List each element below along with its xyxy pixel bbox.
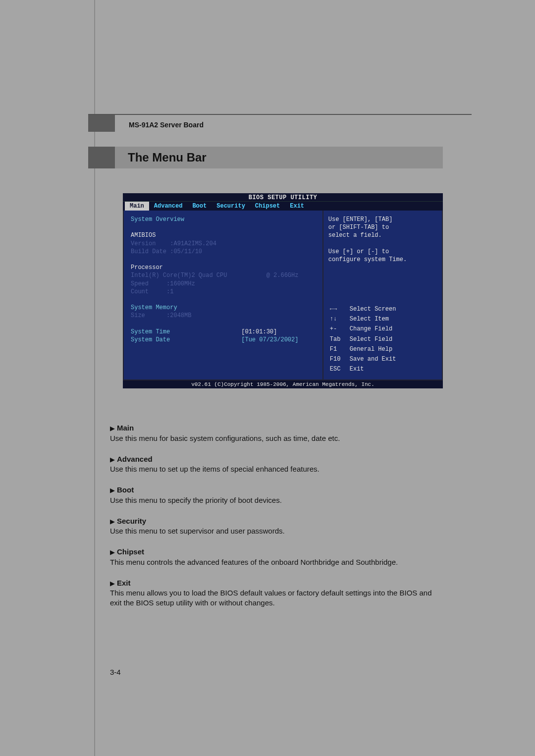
desc-text: This menu allows you to load the BIOS de… xyxy=(110,589,432,607)
speed-value: :1600MHz xyxy=(166,280,195,287)
date-value: [Tue 07/23/2002] xyxy=(241,336,298,343)
size-label: Size xyxy=(131,312,145,319)
count-label: Count xyxy=(131,288,149,295)
nav-row: ←→Select Screen xyxy=(329,305,397,314)
build-label: Build Date xyxy=(131,248,166,255)
arrow-icon: ▶ xyxy=(110,580,115,587)
nav-label: Change Field xyxy=(349,324,397,333)
nav-label: Select Screen xyxy=(349,305,397,314)
arrow-icon: ▶ xyxy=(110,456,115,463)
version-row: Version :A91A2IMS.204 xyxy=(131,240,316,248)
header-bar: MS-91A2 Server Board xyxy=(88,114,472,132)
date-row[interactable]: System Date [Tue 07/23/2002] xyxy=(131,336,316,344)
desc-text: This menu controls the advanced features… xyxy=(110,558,398,566)
time-label: System Time xyxy=(131,328,170,335)
date-label: System Date xyxy=(131,336,170,343)
desc-text: Use this menu to set supervisor and user… xyxy=(110,527,285,535)
arrow-icon: ▶ xyxy=(110,486,115,494)
nav-row: F10Save and Exit xyxy=(329,355,397,364)
cpu-name: Intel(R) Core(TM)2 Quad CPU xyxy=(131,272,227,279)
section-accent xyxy=(88,147,115,168)
nav-row: +-Change Field xyxy=(329,324,397,333)
nav-label: General Help xyxy=(349,345,397,354)
desc-security: ▶Security Use this menu to set superviso… xyxy=(110,516,443,537)
cpu-row: Intel(R) Core(TM)2 Quad CPU @ 2.66GHz xyxy=(131,271,316,279)
header-accent xyxy=(88,115,115,132)
build-value: :05/11/10 xyxy=(170,248,202,255)
nav-row: TabSelect Field xyxy=(329,335,397,344)
speed-row: Speed :1600MHz xyxy=(131,280,316,288)
time-row[interactable]: System Time [01:01:30] xyxy=(131,328,316,336)
bios-tab-main[interactable]: Main xyxy=(125,202,149,211)
memory-label: System Memory xyxy=(131,304,316,312)
desc-boot: ▶Boot Use this menu to specify the prior… xyxy=(110,485,443,505)
bios-tab-bar: Main Advanced Boot Security Chipset Exit xyxy=(123,201,443,211)
version-value: :A91A2IMS.204 xyxy=(170,240,216,247)
desc-title: Main xyxy=(117,424,134,432)
count-row: Count :1 xyxy=(131,288,316,296)
desc-title: Security xyxy=(117,517,146,525)
nav-key: ↑↓ xyxy=(329,315,348,324)
bios-tab-security[interactable]: Security xyxy=(212,202,250,211)
bios-main-panel: System Overview AMIBIOS Version :A91A2IM… xyxy=(124,211,323,379)
bios-footer: v02.61 (C)Copyright 1985-2006, American … xyxy=(123,380,443,388)
help-line: select a field. xyxy=(328,231,437,239)
help-line: Use [ENTER], [TAB] xyxy=(328,216,437,223)
desc-title: Boot xyxy=(117,486,134,494)
nav-label: Select Field xyxy=(349,335,397,344)
desc-title: Chipset xyxy=(117,547,144,556)
time-value: [01:01:30] xyxy=(241,328,277,335)
menu-descriptions: ▶Main Use this menu for basic system con… xyxy=(110,423,443,608)
bios-tab-exit[interactable]: Exit xyxy=(285,202,309,211)
bios-tab-boot[interactable]: Boot xyxy=(187,202,212,211)
nav-key: Tab xyxy=(329,335,348,344)
desc-advanced: ▶Advanced Use this menu to set up the it… xyxy=(110,454,443,475)
desc-text: Use this menu for basic system configura… xyxy=(110,434,340,442)
cpu-freq: @ 2.66GHz xyxy=(267,272,299,279)
bios-screenshot: BIOS SETUP UTILITY Main Advanced Boot Se… xyxy=(123,193,443,388)
nav-key: ←→ xyxy=(329,305,348,314)
bios-tab-chipset[interactable]: Chipset xyxy=(250,202,285,211)
section-title-row: The Menu Bar xyxy=(88,147,472,168)
nav-key: ESC xyxy=(329,365,348,374)
arrow-icon: ▶ xyxy=(110,548,115,556)
section-title: The Menu Bar xyxy=(115,147,443,168)
nav-key: +- xyxy=(329,324,348,333)
nav-label: Select Item xyxy=(349,315,397,324)
count-value: :1 xyxy=(166,288,173,295)
bios-tab-advanced[interactable]: Advanced xyxy=(149,202,188,211)
desc-text: Use this menu to set up the items of spe… xyxy=(110,465,320,473)
bios-title: BIOS SETUP UTILITY xyxy=(123,193,443,201)
nav-row: F1General Help xyxy=(329,345,397,354)
desc-chipset: ▶Chipset This menu controls the advanced… xyxy=(110,547,443,567)
nav-row: ESCExit xyxy=(329,365,397,374)
bios-side-panel: Use [ENTER], [TAB] or [SHIFT-TAB] to sel… xyxy=(323,211,442,379)
amibios-label: AMIBIOS xyxy=(131,231,316,239)
desc-title: Exit xyxy=(117,579,131,587)
size-row: Size :2048MB xyxy=(131,312,316,320)
nav-label: Exit xyxy=(349,365,397,374)
overview-heading: System Overview xyxy=(131,216,316,223)
nav-label: Save and Exit xyxy=(349,355,397,364)
processor-label: Processor xyxy=(131,264,316,271)
nav-key: F1 xyxy=(329,345,348,354)
page-container: MS-91A2 Server Board The Menu Bar BIOS S… xyxy=(94,0,472,756)
bios-body: System Overview AMIBIOS Version :A91A2IM… xyxy=(123,211,443,380)
nav-row: ↑↓Select Item xyxy=(329,315,397,324)
page-number: 3-4 xyxy=(110,668,472,676)
desc-main: ▶Main Use this menu for basic system con… xyxy=(110,423,443,443)
nav-key: F10 xyxy=(329,355,348,364)
help-line: configure system Time. xyxy=(328,256,437,264)
board-name: MS-91A2 Server Board xyxy=(129,118,204,129)
arrow-icon: ▶ xyxy=(110,425,115,432)
desc-title: Advanced xyxy=(117,455,153,463)
arrow-icon: ▶ xyxy=(110,518,115,525)
nav-key-table: ←→Select Screen ↑↓Select Item +-Change F… xyxy=(328,304,398,375)
speed-label: Speed xyxy=(131,280,149,287)
desc-exit: ▶Exit This menu allows you to load the B… xyxy=(110,578,443,608)
size-value: :2048MB xyxy=(166,312,191,319)
help-line: or [SHIFT-TAB] to xyxy=(328,223,437,231)
desc-text: Use this menu to specify the priority of… xyxy=(110,496,282,504)
build-row: Build Date :05/11/10 xyxy=(131,248,316,256)
help-line: Use [+] or [-] to xyxy=(328,248,437,256)
